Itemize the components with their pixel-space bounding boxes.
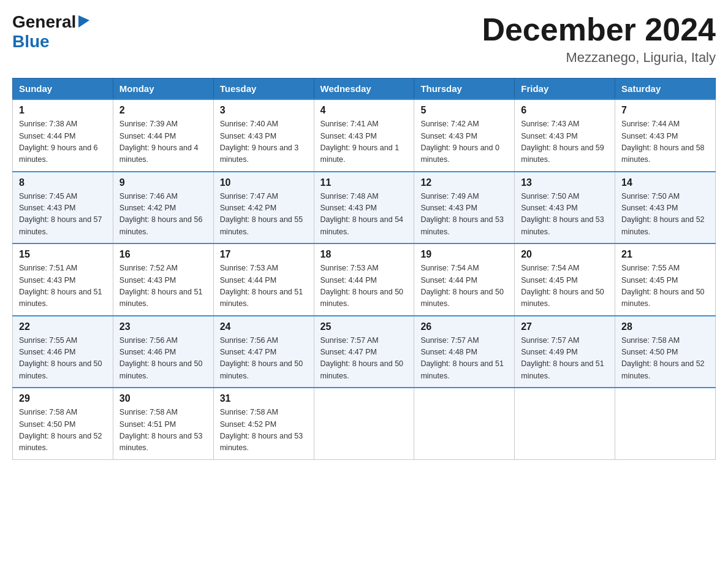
- day-number: 16: [119, 249, 207, 260]
- day-info: Sunrise: 7:51 AMSunset: 4:43 PMDaylight:…: [19, 262, 107, 310]
- day-info: Sunrise: 7:53 AMSunset: 4:44 PMDaylight:…: [320, 262, 408, 310]
- day-number: 4: [320, 105, 408, 116]
- week-row: 15Sunrise: 7:51 AMSunset: 4:43 PMDayligh…: [13, 243, 716, 316]
- day-of-week-header: Monday: [113, 79, 213, 100]
- day-number: 13: [521, 177, 609, 188]
- day-number: 14: [621, 177, 709, 188]
- logo-general-text: General: [12, 12, 76, 32]
- calendar-cell: 20Sunrise: 7:54 AMSunset: 4:45 PMDayligh…: [515, 243, 615, 316]
- day-of-week-header: Sunday: [13, 79, 113, 100]
- day-info: Sunrise: 7:48 AMSunset: 4:43 PMDaylight:…: [320, 191, 408, 239]
- day-number: 12: [420, 177, 508, 188]
- day-info: Sunrise: 7:42 AMSunset: 4:43 PMDaylight:…: [420, 118, 508, 166]
- logo-blue-text: Blue: [12, 32, 50, 51]
- day-info: Sunrise: 7:46 AMSunset: 4:42 PMDaylight:…: [119, 191, 207, 239]
- calendar-cell: 5Sunrise: 7:42 AMSunset: 4:43 PMDaylight…: [414, 99, 515, 172]
- day-number: 27: [521, 321, 609, 332]
- calendar-cell: [515, 388, 615, 459]
- logo: General Blue: [12, 12, 89, 52]
- calendar-cell: 4Sunrise: 7:41 AMSunset: 4:43 PMDaylight…: [314, 99, 414, 172]
- day-number: 28: [621, 321, 709, 332]
- calendar-cell: 1Sunrise: 7:38 AMSunset: 4:44 PMDaylight…: [13, 99, 113, 172]
- day-info: Sunrise: 7:58 AMSunset: 4:51 PMDaylight:…: [119, 407, 207, 454]
- day-info: Sunrise: 7:47 AMSunset: 4:42 PMDaylight:…: [220, 191, 308, 239]
- title-block: December 2024 Mezzanego, Liguria, Italy: [482, 12, 716, 66]
- day-info: Sunrise: 7:44 AMSunset: 4:43 PMDaylight:…: [621, 118, 709, 166]
- day-info: Sunrise: 7:43 AMSunset: 4:43 PMDaylight:…: [521, 118, 609, 166]
- day-info: Sunrise: 7:39 AMSunset: 4:44 PMDaylight:…: [119, 118, 207, 166]
- calendar-cell: 2Sunrise: 7:39 AMSunset: 4:44 PMDaylight…: [113, 99, 213, 172]
- calendar-cell: 8Sunrise: 7:45 AMSunset: 4:43 PMDaylight…: [13, 172, 113, 244]
- day-number: 23: [119, 321, 207, 332]
- week-row: 29Sunrise: 7:58 AMSunset: 4:50 PMDayligh…: [13, 388, 716, 459]
- day-number: 15: [19, 249, 107, 260]
- calendar-cell: 16Sunrise: 7:52 AMSunset: 4:43 PMDayligh…: [113, 243, 213, 316]
- day-of-week-header: Tuesday: [213, 79, 314, 100]
- day-number: 9: [119, 177, 207, 188]
- day-info: Sunrise: 7:55 AMSunset: 4:46 PMDaylight:…: [19, 335, 107, 383]
- day-number: 3: [220, 105, 308, 116]
- month-title: December 2024: [482, 12, 716, 47]
- calendar-cell: 27Sunrise: 7:57 AMSunset: 4:49 PMDayligh…: [515, 316, 615, 388]
- calendar-cell: 12Sunrise: 7:49 AMSunset: 4:43 PMDayligh…: [414, 172, 515, 244]
- location-subtitle: Mezzanego, Liguria, Italy: [482, 50, 716, 66]
- day-header-row: SundayMondayTuesdayWednesdayThursdayFrid…: [13, 79, 716, 100]
- calendar-cell: [414, 388, 515, 459]
- calendar-cell: 10Sunrise: 7:47 AMSunset: 4:42 PMDayligh…: [213, 172, 314, 244]
- day-number: 17: [220, 249, 308, 260]
- day-number: 11: [320, 177, 408, 188]
- day-info: Sunrise: 7:57 AMSunset: 4:48 PMDaylight:…: [420, 335, 508, 383]
- calendar-cell: 18Sunrise: 7:53 AMSunset: 4:44 PMDayligh…: [314, 243, 414, 316]
- week-row: 22Sunrise: 7:55 AMSunset: 4:46 PMDayligh…: [13, 316, 716, 388]
- calendar-cell: [615, 388, 716, 459]
- calendar-cell: 3Sunrise: 7:40 AMSunset: 4:43 PMDaylight…: [213, 99, 314, 172]
- day-info: Sunrise: 7:56 AMSunset: 4:46 PMDaylight:…: [119, 335, 207, 383]
- day-number: 31: [220, 393, 308, 404]
- day-info: Sunrise: 7:45 AMSunset: 4:43 PMDaylight:…: [19, 191, 107, 239]
- day-info: Sunrise: 7:58 AMSunset: 4:50 PMDaylight:…: [621, 335, 709, 383]
- day-number: 30: [119, 393, 207, 404]
- day-info: Sunrise: 7:52 AMSunset: 4:43 PMDaylight:…: [119, 262, 207, 310]
- day-info: Sunrise: 7:58 AMSunset: 4:50 PMDaylight:…: [19, 407, 107, 454]
- day-info: Sunrise: 7:54 AMSunset: 4:44 PMDaylight:…: [420, 262, 508, 310]
- day-info: Sunrise: 7:41 AMSunset: 4:43 PMDaylight:…: [320, 118, 408, 166]
- day-info: Sunrise: 7:57 AMSunset: 4:47 PMDaylight:…: [320, 335, 408, 383]
- day-number: 26: [420, 321, 508, 332]
- day-info: Sunrise: 7:38 AMSunset: 4:44 PMDaylight:…: [19, 118, 107, 166]
- day-info: Sunrise: 7:50 AMSunset: 4:43 PMDaylight:…: [521, 191, 609, 239]
- day-number: 2: [119, 105, 207, 116]
- calendar-cell: 31Sunrise: 7:58 AMSunset: 4:52 PMDayligh…: [213, 388, 314, 459]
- day-info: Sunrise: 7:50 AMSunset: 4:43 PMDaylight:…: [621, 191, 709, 239]
- calendar-cell: 22Sunrise: 7:55 AMSunset: 4:46 PMDayligh…: [13, 316, 113, 388]
- day-of-week-header: Saturday: [615, 79, 716, 100]
- calendar-cell: 6Sunrise: 7:43 AMSunset: 4:43 PMDaylight…: [515, 99, 615, 172]
- day-info: Sunrise: 7:56 AMSunset: 4:47 PMDaylight:…: [220, 335, 308, 383]
- calendar-cell: 17Sunrise: 7:53 AMSunset: 4:44 PMDayligh…: [213, 243, 314, 316]
- calendar-cell: 9Sunrise: 7:46 AMSunset: 4:42 PMDaylight…: [113, 172, 213, 244]
- day-number: 5: [420, 105, 508, 116]
- day-of-week-header: Thursday: [414, 79, 515, 100]
- day-info: Sunrise: 7:57 AMSunset: 4:49 PMDaylight:…: [521, 335, 609, 383]
- day-of-week-header: Friday: [515, 79, 615, 100]
- day-number: 19: [420, 249, 508, 260]
- day-number: 6: [521, 105, 609, 116]
- logo-arrow-icon: [78, 15, 89, 30]
- calendar-table: SundayMondayTuesdayWednesdayThursdayFrid…: [12, 78, 716, 460]
- svg-marker-0: [78, 15, 89, 28]
- day-number: 10: [220, 177, 308, 188]
- day-number: 24: [220, 321, 308, 332]
- day-info: Sunrise: 7:40 AMSunset: 4:43 PMDaylight:…: [220, 118, 308, 166]
- day-number: 1: [19, 105, 107, 116]
- calendar-cell: 28Sunrise: 7:58 AMSunset: 4:50 PMDayligh…: [615, 316, 716, 388]
- day-info: Sunrise: 7:54 AMSunset: 4:45 PMDaylight:…: [521, 262, 609, 310]
- day-number: 25: [320, 321, 408, 332]
- calendar-cell: 24Sunrise: 7:56 AMSunset: 4:47 PMDayligh…: [213, 316, 314, 388]
- calendar-cell: 26Sunrise: 7:57 AMSunset: 4:48 PMDayligh…: [414, 316, 515, 388]
- calendar-cell: 23Sunrise: 7:56 AMSunset: 4:46 PMDayligh…: [113, 316, 213, 388]
- calendar-cell: 21Sunrise: 7:55 AMSunset: 4:45 PMDayligh…: [615, 243, 716, 316]
- calendar-cell: 11Sunrise: 7:48 AMSunset: 4:43 PMDayligh…: [314, 172, 414, 244]
- day-number: 22: [19, 321, 107, 332]
- calendar-cell: 19Sunrise: 7:54 AMSunset: 4:44 PMDayligh…: [414, 243, 515, 316]
- day-number: 7: [621, 105, 709, 116]
- week-row: 8Sunrise: 7:45 AMSunset: 4:43 PMDaylight…: [13, 172, 716, 244]
